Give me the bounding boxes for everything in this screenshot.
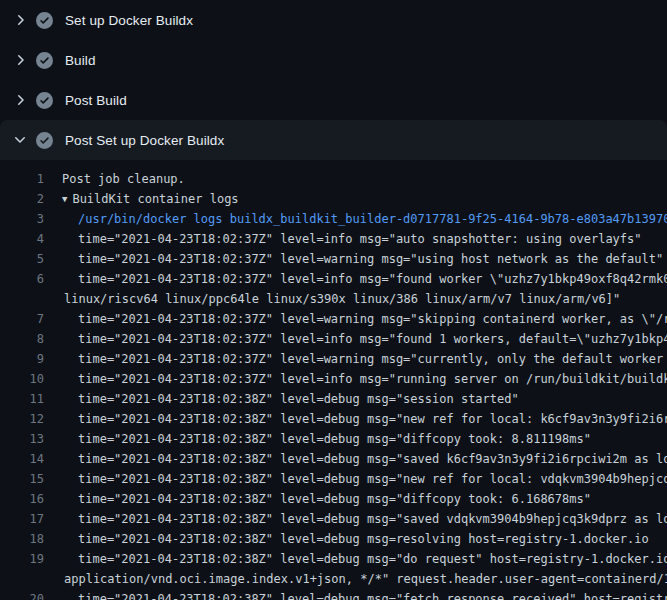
log-line-text: time="2021-04-23T18:02:38Z" level=debug … (44, 509, 667, 529)
log-line: 8time="2021-04-23T18:02:37Z" level=info … (0, 329, 667, 349)
log-line: linux/riscv64 linux/ppc64le linux/s390x … (0, 289, 667, 309)
chevron-right-icon[interactable] (12, 52, 28, 68)
log-line: application/vnd.oci.image.index.v1+json,… (0, 569, 667, 589)
log-line-number[interactable]: 11 (0, 389, 44, 409)
log-line-text: time="2021-04-23T18:02:37Z" level=warnin… (44, 349, 667, 369)
log-line-text: time="2021-04-23T18:02:38Z" level=debug … (44, 409, 667, 429)
log-line-text: time="2021-04-23T18:02:38Z" level=debug … (44, 469, 667, 489)
log-line: 17time="2021-04-23T18:02:38Z" level=debu… (0, 509, 667, 529)
log-line: 18time="2021-04-23T18:02:38Z" level=debu… (0, 529, 667, 549)
log-line-number[interactable]: 10 (0, 369, 44, 389)
log-line-number[interactable]: 3 (0, 209, 44, 229)
log-line-number[interactable]: 19 (0, 549, 44, 569)
log-line-text: ▼BuildKit container logs (44, 189, 239, 209)
log-command-text: /usr/bin/docker logs buildx_buildkit_bui… (44, 209, 667, 229)
log-line-text: time="2021-04-23T18:02:38Z" level=debug … (44, 529, 649, 549)
chevron-right-icon[interactable] (12, 92, 28, 108)
group-collapse-triangle-icon[interactable]: ▼ (62, 189, 67, 209)
log-line: 14time="2021-04-23T18:02:38Z" level=debu… (0, 449, 667, 469)
log-line-number[interactable]: 20 (0, 589, 44, 600)
check-circle-icon (36, 92, 53, 109)
log-line: 12time="2021-04-23T18:02:38Z" level=debu… (0, 409, 667, 429)
log-line-number[interactable]: 5 (0, 249, 44, 269)
log-line-number[interactable]: 16 (0, 489, 44, 509)
log-line: 20time="2021-04-23T18:02:38Z" level=debu… (0, 589, 667, 600)
log-line: 15time="2021-04-23T18:02:38Z" level=debu… (0, 469, 667, 489)
check-circle-icon (36, 12, 53, 29)
log-line: 5time="2021-04-23T18:02:37Z" level=warni… (0, 249, 667, 269)
log-line: 10time="2021-04-23T18:02:37Z" level=info… (0, 369, 667, 389)
log-line-number[interactable]: 6 (0, 269, 44, 289)
log-line-text: time="2021-04-23T18:02:37Z" level=info m… (44, 369, 667, 389)
step-label: Set up Docker Buildx (65, 13, 193, 28)
log-line-text: time="2021-04-23T18:02:38Z" level=debug … (44, 389, 519, 409)
log-line-text: time="2021-04-23T18:02:37Z" level=info m… (44, 229, 642, 249)
log-line: 9time="2021-04-23T18:02:37Z" level=warni… (0, 349, 667, 369)
log-line-text: time="2021-04-23T18:02:37Z" level=warnin… (44, 249, 663, 269)
log-line-number (0, 569, 44, 589)
log-line-number[interactable]: 8 (0, 329, 44, 349)
log-line-text: time="2021-04-23T18:02:38Z" level=debug … (44, 429, 591, 449)
log-line-text: time="2021-04-23T18:02:37Z" level=warnin… (44, 309, 667, 329)
log-line-text: time="2021-04-23T18:02:38Z" level=debug … (44, 589, 667, 600)
log-line-number[interactable]: 13 (0, 429, 44, 449)
log-line-text: Post job cleanup. (44, 169, 185, 189)
log-line-number[interactable]: 18 (0, 529, 44, 549)
log-line-number (0, 289, 44, 309)
log-line-text: time="2021-04-23T18:02:38Z" level=debug … (44, 489, 591, 509)
log-line: 2▼BuildKit container logs (0, 189, 667, 209)
log-line-text: time="2021-04-23T18:02:37Z" level=info m… (44, 269, 667, 289)
step-row-build[interactable]: Build (0, 40, 667, 80)
step-row-set-up-docker-buildx[interactable]: Set up Docker Buildx (0, 0, 667, 40)
step-row-post-set-up-docker-buildx[interactable]: Post Set up Docker Buildx (0, 120, 667, 160)
chevron-right-icon[interactable] (12, 12, 28, 28)
log-line-number[interactable]: 1 (0, 169, 44, 189)
step-label: Post Build (65, 93, 127, 108)
chevron-down-icon[interactable] (12, 132, 28, 148)
log-line-text: time="2021-04-23T18:02:38Z" level=debug … (44, 449, 667, 469)
log-line: 16time="2021-04-23T18:02:38Z" level=debu… (0, 489, 667, 509)
step-row-post-build[interactable]: Post Build (0, 80, 667, 120)
log-line-text: linux/riscv64 linux/ppc64le linux/s390x … (44, 289, 620, 309)
log-line-number[interactable]: 12 (0, 409, 44, 429)
log-line: 4time="2021-04-23T18:02:37Z" level=info … (0, 229, 667, 249)
log-line-number[interactable]: 2 (0, 189, 44, 209)
log-line: 7time="2021-04-23T18:02:37Z" level=warni… (0, 309, 667, 329)
log-line: 1Post job cleanup. (0, 169, 667, 189)
log-panel: 1Post job cleanup.2▼BuildKit container l… (0, 160, 667, 600)
log-line: 19time="2021-04-23T18:02:38Z" level=debu… (0, 549, 667, 569)
log-line: 3/usr/bin/docker logs buildx_buildkit_bu… (0, 209, 667, 229)
step-label: Post Set up Docker Buildx (65, 133, 224, 148)
steps-list: Set up Docker Buildx Build Post Build Po… (0, 0, 667, 160)
log-line: 13time="2021-04-23T18:02:38Z" level=debu… (0, 429, 667, 449)
log-line-number[interactable]: 7 (0, 309, 44, 329)
log-line-number[interactable]: 4 (0, 229, 44, 249)
log-line-text: time="2021-04-23T18:02:38Z" level=debug … (44, 549, 667, 569)
log-line-number[interactable]: 9 (0, 349, 44, 369)
check-circle-icon (36, 132, 53, 149)
log-line-number[interactable]: 15 (0, 469, 44, 489)
step-label: Build (65, 53, 96, 68)
check-circle-icon (36, 52, 53, 69)
log-line-number[interactable]: 17 (0, 509, 44, 529)
log-line-number[interactable]: 14 (0, 449, 44, 469)
log-line-text: application/vnd.oci.image.index.v1+json,… (44, 569, 667, 589)
log-line-text: time="2021-04-23T18:02:37Z" level=info m… (44, 329, 667, 349)
log-line: 6time="2021-04-23T18:02:37Z" level=info … (0, 269, 667, 289)
log-line: 11time="2021-04-23T18:02:38Z" level=debu… (0, 389, 667, 409)
